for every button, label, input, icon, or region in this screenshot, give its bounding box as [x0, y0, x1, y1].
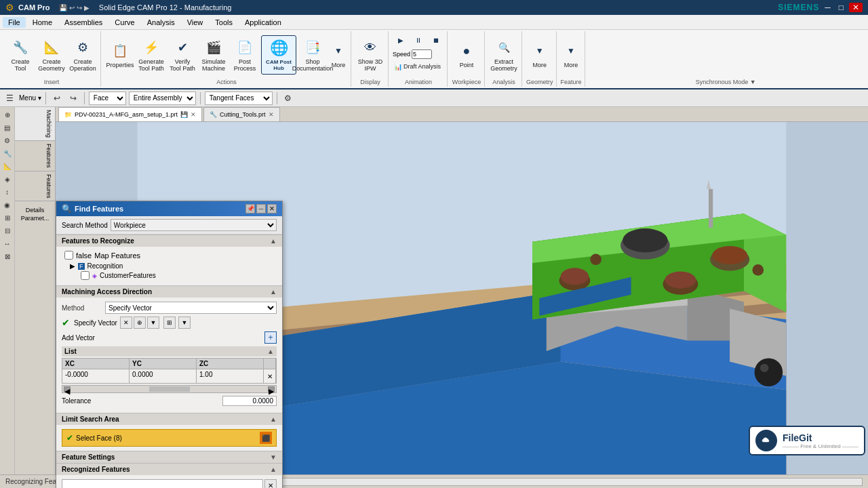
- svg-point-20: [561, 268, 589, 285]
- tangent-faces-select[interactable]: Tangent Faces All Faces: [205, 92, 273, 105]
- nav-icon-3[interactable]: ⚙: [1, 134, 14, 146]
- limit-search-area-header[interactable]: Limit Search Area ▲: [56, 413, 282, 425]
- nav-icon-1[interactable]: ⊕: [1, 108, 14, 121]
- point-button[interactable]: ● Point: [452, 35, 481, 75]
- shop-doc-icon: 📑: [303, 38, 322, 57]
- nav-icon-10[interactable]: ⊟: [1, 224, 14, 237]
- zc-header: ZC: [197, 359, 264, 369]
- add-vector-button[interactable]: +: [264, 331, 277, 344]
- play-button[interactable]: ▶: [393, 33, 409, 49]
- create-geometry-button[interactable]: 📐 Create Geometry: [37, 35, 66, 75]
- file-tab-1-close[interactable]: ✕: [191, 111, 196, 118]
- vector-extra-btn2[interactable]: ▼: [178, 317, 191, 329]
- nav-icon-8[interactable]: ◉: [1, 199, 14, 211]
- close-button[interactable]: ✕: [849, 3, 863, 12]
- vector-extra-btn[interactable]: ⊞: [163, 317, 176, 329]
- machining-access-direction-header[interactable]: Machining Access Direction ▲: [56, 285, 282, 298]
- dialog-close-button[interactable]: ✕: [267, 204, 277, 214]
- menu-tools[interactable]: Tools: [210, 17, 238, 28]
- menu-view[interactable]: View: [182, 17, 209, 28]
- customer-features-checkbox[interactable]: [81, 271, 90, 280]
- redo-button[interactable]: ↪: [66, 92, 80, 105]
- scroll-thumb[interactable]: [149, 386, 190, 392]
- method-row: Method Specify Vector By Face Normal All…: [62, 302, 277, 314]
- scroll-right-btn[interactable]: ▶: [268, 386, 275, 392]
- features-to-recognize-header[interactable]: Features to Recognize ▲: [56, 235, 282, 247]
- vector-point-btn[interactable]: ⊕: [134, 317, 146, 329]
- draft-analysis-button[interactable]: 📊 Draft Analysis: [393, 60, 442, 73]
- cam-post-hub-button[interactable]: 🌐 CAM Post Hub: [261, 35, 296, 75]
- nav-icon-9[interactable]: ⊞: [1, 211, 14, 224]
- actions-group-label: Actions: [216, 77, 237, 85]
- menu-file[interactable]: File: [3, 17, 26, 28]
- properties-button[interactable]: 📋 Properties: [105, 35, 135, 75]
- nav-icon-4[interactable]: 🔧: [1, 147, 14, 159]
- nav-icon-11[interactable]: ↔: [1, 237, 14, 249]
- vector-menu-btn[interactable]: ▼: [147, 317, 159, 329]
- pause-button[interactable]: ⏸: [410, 33, 427, 49]
- list-scrollbar[interactable]: ◀ ▶: [62, 385, 277, 393]
- more-feature-icon: ▼: [561, 41, 580, 60]
- post-process-button[interactable]: 📄 Post Process: [230, 35, 260, 75]
- create-tool-button[interactable]: 🔧 Create Tool: [5, 35, 35, 75]
- file-tab-2-label: Cutting_Tools.prt: [220, 111, 266, 118]
- tolerance-input[interactable]: [222, 396, 277, 406]
- nav-icon-7[interactable]: ↕: [1, 186, 14, 198]
- select-face-button[interactable]: ✔ Select Face (8) ⬛: [62, 429, 277, 447]
- settings-button[interactable]: ⚙: [281, 92, 295, 105]
- create-operation-button[interactable]: ⚙ Create Operation: [68, 35, 98, 75]
- more-feature-button[interactable]: ▼ More: [561, 35, 580, 75]
- list-label-row: List ▲: [62, 346, 277, 357]
- menu-curve[interactable]: Curve: [109, 17, 140, 28]
- shop-documentation-button[interactable]: 📑 Shop Documentation: [298, 35, 328, 75]
- delete-row-button[interactable]: ✕: [264, 370, 275, 382]
- details-label[interactable]: Details: [18, 207, 52, 214]
- face-mode-select[interactable]: Face Edge Vertex: [89, 92, 126, 105]
- map-features-checkbox[interactable]: [64, 251, 73, 260]
- menu-home[interactable]: Home: [27, 17, 58, 28]
- generate-tool-path-button[interactable]: ⚡ Generate Tool Path: [136, 35, 166, 75]
- dialog-pin-button[interactable]: 📌: [245, 204, 255, 214]
- feature-settings-header[interactable]: Feature Settings ▼: [56, 451, 282, 463]
- recognized-features-header[interactable]: Recognized Features ▲: [56, 463, 282, 475]
- menu-analysis[interactable]: Analysis: [142, 17, 180, 28]
- file-tab-2[interactable]: 🔧 Cutting_Tools.prt ✕: [203, 107, 280, 121]
- tolerance-label: Tolerance: [62, 397, 91, 405]
- minimize-button[interactable]: ─: [822, 3, 833, 12]
- nav-icon-6[interactable]: ◈: [1, 173, 14, 185]
- dialog-minimize-button[interactable]: ─: [256, 204, 266, 214]
- method-select[interactable]: Specify Vector By Face Normal All Direct…: [105, 302, 277, 314]
- file-tab-1[interactable]: 📁 PDV-00231_A-MFG_asm_setup_1.prt 💾 ✕: [58, 107, 202, 121]
- show-3d-ipw-button[interactable]: 👁 Show 3D IPW: [355, 35, 385, 75]
- search-method-select[interactable]: Workpiece Face Selection: [111, 219, 277, 231]
- menu-application[interactable]: Application: [239, 17, 287, 28]
- simulate-machine-button[interactable]: 🎬 Simulate Machine: [199, 35, 229, 75]
- nav-icon-5[interactable]: 📐: [1, 160, 14, 172]
- speed-input[interactable]: [412, 49, 432, 59]
- more-actions-button[interactable]: ▼ More: [329, 35, 348, 75]
- file-tab-2-close[interactable]: ✕: [269, 111, 274, 118]
- stop-button[interactable]: ⏹: [428, 33, 444, 49]
- undo-button[interactable]: ↩: [50, 92, 64, 105]
- zc-input[interactable]: [197, 370, 263, 379]
- xc-input[interactable]: [62, 370, 129, 379]
- yc-input[interactable]: [130, 370, 196, 379]
- extract-geometry-button[interactable]: 🔍 Extract Geometry: [489, 35, 519, 75]
- recognized-clear-button[interactable]: ✕: [264, 479, 277, 488]
- verify-tool-path-button[interactable]: ✔ Verify Tool Path: [167, 35, 197, 75]
- customer-features-label: CustomerFeatures: [100, 272, 156, 279]
- nav-icon-2[interactable]: ▤: [1, 121, 14, 134]
- machining-tab[interactable]: Machining: [15, 107, 55, 141]
- maximize-button[interactable]: □: [836, 3, 846, 12]
- parameters-label[interactable]: Paramet...: [18, 215, 52, 222]
- more-geometry-button[interactable]: ▼ More: [530, 35, 549, 75]
- features-tab-2[interactable]: Features: [15, 171, 55, 202]
- vector-clear-btn[interactable]: ✕: [120, 317, 132, 329]
- recognized-features-input[interactable]: [62, 479, 263, 488]
- features-tab-1[interactable]: Features: [15, 141, 55, 171]
- nav-icon-12[interactable]: ⊠: [1, 250, 14, 262]
- menu-assemblies[interactable]: Assemblies: [59, 17, 108, 28]
- menu-toggle[interactable]: ☰: [3, 92, 16, 105]
- assembly-select[interactable]: Entire Assembly Active Part: [129, 92, 196, 105]
- scroll-left-btn[interactable]: ◀: [64, 386, 71, 392]
